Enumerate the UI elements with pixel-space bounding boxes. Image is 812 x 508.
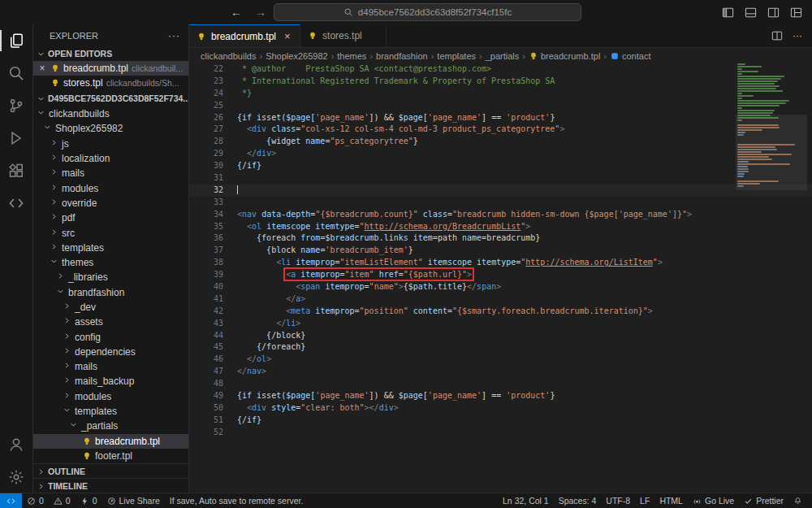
tree-folder-_libraries[interactable]: _libraries [33,270,188,284]
activity-search[interactable] [0,57,32,89]
code-line-37[interactable]: 37 {block name='breadcrumb_item'} [189,245,812,257]
activity-run-debug[interactable] [0,122,32,154]
editor-more-actions-icon[interactable]: ··· [793,30,802,41]
status-remote[interactable] [0,493,22,508]
tree-folder-templates[interactable]: templates [33,404,188,419]
tree-folder-config[interactable]: config [33,329,188,344]
code-line-43[interactable]: 43 </li> [189,318,812,330]
code-line-28[interactable]: 28 {widget name="ps_categorytree"} [189,136,812,148]
code-editor[interactable]: 22 * @author PrestaShop SA <contact@pres… [189,63,812,493]
status-errors[interactable]: 0 [22,493,49,508]
tree-folder-brandfashion[interactable]: brandfashion [33,285,188,300]
status-eol[interactable]: LF [635,493,654,508]
activity-remote[interactable] [0,187,32,219]
command-center-search[interactable]: d495bce7562dd3c63d8f52f734cf15fc [274,3,581,21]
breadcrumb-item-templates[interactable]: templates [437,51,476,61]
code-line-40[interactable]: 40 <span itemprop="name">{$path.title}</… [189,281,812,293]
tree-folder-dependencies[interactable]: dependencies [33,345,188,359]
tree-folder-js[interactable]: js [33,137,188,151]
tree-folder-override[interactable]: override [33,196,188,211]
tree-file-footer.tpl[interactable]: footer.tpl [33,449,188,463]
activity-accounts[interactable] [0,428,32,461]
breadcrumb-item-_partials[interactable]: _partials [486,51,520,61]
code-line-44[interactable]: 44 {/block} [189,330,812,342]
code-line-45[interactable]: 45 {/foreach} [189,341,812,354]
open-editors-section-header[interactable]: OPEN EDITORS [33,46,188,61]
code-line-29[interactable]: 29 </div> [189,148,812,160]
code-line-36[interactable]: 36 {foreach from=$breadcrumb.links item=… [189,232,812,245]
tree-folder-mails[interactable]: mails [33,166,188,180]
tree-folder-themes[interactable]: themes [33,255,188,270]
tree-folder-clickandbuilds[interactable]: clickandbuilds [33,106,188,121]
minimap[interactable] [737,63,806,190]
tree-folder-assets[interactable]: assets [33,315,188,329]
close-editor-icon[interactable]: × [37,63,47,74]
code-line-22[interactable]: 22 * @author PrestaShop SA <contact@pres… [189,63,812,76]
nav-forward-icon[interactable]: → [255,6,266,19]
code-line-24[interactable]: 24 *} [189,88,812,100]
code-line-35[interactable]: 35 <ol itemscope itemtype="http://schema… [189,221,812,233]
tree-folder-templates[interactable]: templates [33,241,188,255]
outline-section-header[interactable]: OUTLINE [33,463,188,479]
timeline-section-header[interactable]: TIMELINE [33,478,188,493]
activity-extensions[interactable] [0,154,32,187]
tree-file-breadcrumb.tpl[interactable]: breadcrumb.tpl [33,434,188,449]
code-line-33[interactable]: 33 [189,197,812,209]
status-live-share[interactable]: Live Share [102,493,165,508]
toggle-secondary-sidebar-icon[interactable] [767,7,780,19]
status-warnings[interactable]: 0 [49,493,76,508]
code-line-32[interactable]: 32 [189,185,812,197]
code-line-25[interactable]: 25 [189,100,812,112]
code-line-42[interactable]: 42 <meta itemprop="position" content="{$… [189,306,812,318]
breadcrumb-item-clickandbuilds[interactable]: clickandbuilds [201,51,256,61]
status-encoding[interactable]: UTF-8 [601,493,635,508]
tree-folder-mails[interactable]: mails [33,359,188,374]
code-line-34[interactable]: 34<nav data-depth="{$breadcrumb.count}" … [189,209,812,221]
tree-folder-_dev[interactable]: _dev [33,300,188,315]
workspace-section-header[interactable]: D495BCE7562DD3C63D8F52F734... [33,90,188,106]
code-line-48[interactable]: 48 [189,378,812,390]
code-line-41[interactable]: 41 </a> [189,293,812,306]
explorer-more-actions-icon[interactable]: ··· [168,30,180,41]
status-language-mode[interactable]: HTML [654,493,688,508]
tree-folder-localization[interactable]: localization [33,151,188,166]
code-line-49[interactable]: 49{if isset($page['page_name']) && $page… [189,390,812,402]
tree-folder-Shoplex265982[interactable]: Shoplex265982 [33,121,188,136]
close-tab-icon[interactable]: × [284,30,292,42]
split-editor-icon[interactable] [771,30,783,41]
tree-folder-pdf[interactable]: pdf [33,211,188,225]
toggle-sidebar-icon[interactable] [722,7,734,19]
status-prettier[interactable]: Prettier [739,493,788,508]
code-line-38[interactable]: 38 <li itemprop="itemListElement" itemsc… [189,257,812,269]
tree-folder-mails_backup[interactable]: mails_backup [33,374,188,389]
code-line-50[interactable]: 50 <div style="clear: both"></div> [189,402,812,415]
code-line-30[interactable]: 30{/if} [189,160,812,172]
status-indentation[interactable]: Spaces: 4 [554,493,602,508]
breadcrumb-item-brandfashion[interactable]: brandfashion [376,51,428,61]
tab-stores.tpl[interactable]: stores.tpl [300,24,387,47]
code-line-27[interactable]: 27 <div class="col-xs-12 col-sm-4 col-md… [189,124,812,136]
tree-folder-modules[interactable]: modules [33,389,188,404]
code-line-51[interactable]: 51{/if} [189,415,812,427]
tree-folder-_partials[interactable]: _partials [33,419,188,433]
activity-explorer[interactable] [0,24,32,57]
nav-back-icon[interactable]: ← [231,6,242,19]
breadcrumb-item-Shoplex265982[interactable]: Shoplex265982 [266,51,327,61]
open-editor-stores.tpl[interactable]: stores.tplclickandbuilds/Sh... [33,76,188,90]
code-line-47[interactable]: 47</nav> [189,366,812,378]
open-editor-breadcrumb.tpl[interactable]: ×breadcrumb.tplclickandbuil... [33,61,188,76]
code-line-46[interactable]: 46 </ol> [189,354,812,366]
breadcrumb-item-themes[interactable]: themes [337,51,366,61]
breadcrumb-item-contact[interactable]: contact [610,51,650,61]
activity-settings[interactable] [0,461,32,493]
code-line-23[interactable]: 23 * International Registered Trademark … [189,76,812,88]
code-line-26[interactable]: 26{if isset($page['page_name']) && $page… [189,112,812,124]
activity-source-control[interactable] [0,89,32,122]
tree-folder-src[interactable]: src [33,225,188,240]
customize-layout-icon[interactable] [790,7,802,19]
tree-folder-modules[interactable]: modules [33,180,188,195]
toggle-panel-icon[interactable] [745,7,757,19]
code-line-31[interactable]: 31 [189,172,812,185]
breadcrumb-item-breadcrumb.tpl[interactable]: breadcrumb.tpl [529,51,600,61]
tab-breadcrumb.tpl[interactable]: breadcrumb.tpl× [189,24,300,47]
